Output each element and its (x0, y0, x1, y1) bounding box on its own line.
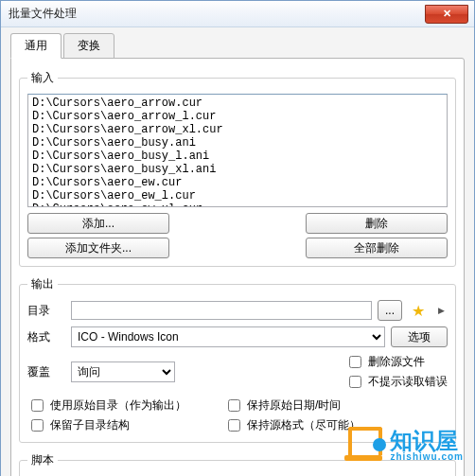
cb-delete-source[interactable] (349, 356, 361, 368)
script-group: 脚本 载入... ▼ 保存... ▼ 输出... (19, 452, 456, 476)
format-label: 格式 (27, 329, 65, 345)
cb-no-read-err[interactable] (349, 376, 361, 388)
input-group: 输入 D:\Cursors\aero_arrow.cur D:\Cursors\… (19, 70, 456, 267)
favorite-icon[interactable]: ★ (408, 300, 429, 321)
dialog-window: 批量文件处理 ✕ 通用 变换 输入 D:\Cursors\aero_arrow.… (0, 0, 475, 476)
tab-strip: 通用 变换 (10, 33, 465, 59)
input-legend: 输入 (27, 70, 58, 86)
cb-keep-date[interactable] (228, 399, 240, 412)
overwrite-select[interactable]: 询问 (71, 361, 175, 382)
input-file-list[interactable]: D:\Cursors\aero_arrow.cur D:\Cursors\aer… (27, 94, 448, 207)
browse-dir-button[interactable]: ... (378, 300, 402, 321)
dialog-content: 通用 变换 输入 D:\Cursors\aero_arrow.cur D:\Cu… (1, 27, 474, 476)
input-buttons: 添加... 添加文件夹... 删除 全部删除 (27, 213, 448, 258)
delete-button[interactable]: 删除 (306, 213, 448, 234)
close-button[interactable]: ✕ (425, 5, 468, 24)
format-options-button[interactable]: 选项 (391, 326, 448, 347)
window-title: 批量文件处理 (9, 6, 77, 22)
tab-panel-general: 输入 D:\Cursors\aero_arrow.cur D:\Cursors\… (10, 58, 465, 476)
tab-convert[interactable]: 变换 (63, 33, 114, 59)
cb-keep-subdir[interactable] (31, 419, 44, 432)
cb-keep-format[interactable] (228, 419, 240, 432)
format-select[interactable]: ICO - Windows Icon (71, 326, 385, 347)
overwrite-label: 覆盖 (27, 364, 65, 380)
dir-label: 目录 (27, 303, 65, 319)
favorite-menu-arrow[interactable]: ▶ (434, 300, 448, 321)
cb-use-source-dir[interactable] (31, 399, 44, 412)
dir-input[interactable] (71, 301, 372, 320)
tab-general[interactable]: 通用 (10, 33, 62, 59)
script-legend: 脚本 (27, 452, 58, 468)
output-group: 输出 目录 ... ★ ▶ 格式 ICO - Windows Icon 选项 (19, 276, 456, 443)
add-button[interactable]: 添加... (27, 213, 169, 234)
delete-all-button[interactable]: 全部删除 (306, 238, 448, 258)
add-folder-button[interactable]: 添加文件夹... (27, 238, 169, 258)
title-bar: 批量文件处理 ✕ (1, 1, 474, 27)
output-legend: 输出 (27, 276, 58, 292)
